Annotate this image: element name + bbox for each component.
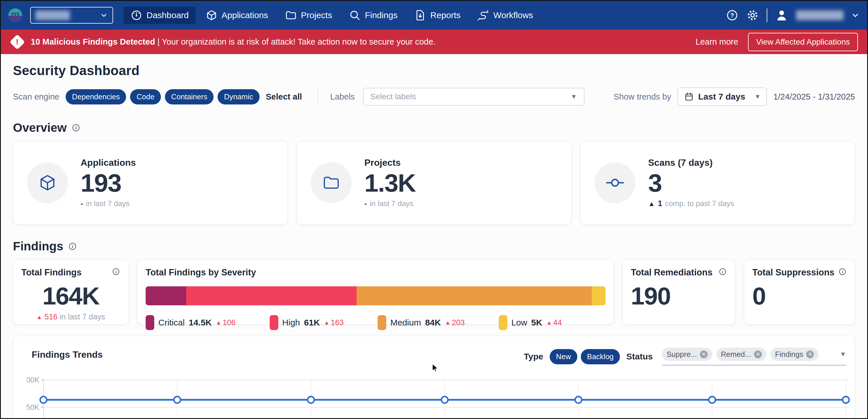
legend-item-low: Low 5K ▲44 [499,315,562,330]
total-suppressions-value: 0 [752,282,847,310]
engine-pill-dynamic[interactable]: Dynamic [218,89,259,104]
labels-label: Labels [330,92,354,102]
findings-trends-chart[interactable]: 200K150K100K [27,374,850,419]
calendar-icon [684,92,694,102]
user-avatar-icon[interactable] [775,8,788,22]
nav-item-dashboard[interactable]: Dashboard [123,7,196,24]
security-dashboard-app: m Dashboard Applications Projects Findin… [0,0,868,419]
type-pill-new[interactable]: New [550,349,577,364]
status-label: Status [626,352,653,361]
page-title: Security Dashboard [13,63,855,78]
severity-stacked-bar[interactable] [146,286,606,305]
trends-period-dropdown[interactable]: Last 7 days ▼ [678,88,767,106]
legend-item-critical: Critical 14.5K ▲106 [146,315,236,330]
alert-diamond-icon: ! [9,34,25,50]
overview-section-header: Overview i [13,121,855,135]
applications-card: Applications 193 -in last 7 days [13,141,287,224]
chevron-down-icon[interactable] [851,11,860,20]
engine-pill-containers[interactable]: Containers [165,89,214,104]
card-delta: - [81,199,83,208]
type-pill-backlog[interactable]: Backlog [581,349,620,364]
card-title: Total Findings by Severity [146,267,256,278]
up-arrow-icon: ▲ [648,200,655,208]
info-icon[interactable]: i [718,267,727,276]
folder-icon [285,9,297,21]
card-title: Total Suppressions [752,267,834,278]
engine-pill-code[interactable]: Code [130,89,161,104]
total-findings-sub: in last 7 days [60,313,105,321]
close-icon[interactable]: ✕ [700,351,708,358]
close-icon[interactable]: ✕ [806,351,814,358]
low-swatch [499,315,507,330]
svg-text:i: i [842,270,843,274]
severity-bar-high [186,286,357,305]
caret-down-icon: ▼ [571,93,577,100]
view-affected-applications-button[interactable]: View Affected Applications [748,33,858,51]
total-findings-value: 164K [21,282,120,310]
up-arrow-icon: ▲ [445,320,451,325]
severity-bar-critical [146,286,186,305]
card-value: 3 [648,170,734,196]
nav-item-workflows[interactable]: Workflows [470,7,540,24]
nav-label: Reports [430,10,461,20]
status-chip-remediated[interactable]: Remed...✕ [716,348,767,361]
date-range: 1/24/2025 - 1/31/2025 [773,92,855,102]
nav-label: Projects [301,10,332,20]
caret-down-icon: ▼ [840,351,846,358]
learn-more-link[interactable]: Learn more [695,37,738,46]
search-icon [349,9,361,21]
card-title: Total Remediations [631,267,713,278]
svg-text:?: ? [730,12,734,19]
alert-text: 10 Malicious Findings Detected | Your or… [31,37,435,46]
total-findings-card: Total Findings i 164K ▲516in last 7 days [13,260,129,324]
trends-period-value: Last 7 days [698,92,745,102]
up-arrow-icon: ▲ [216,320,222,325]
info-icon[interactable]: i [112,267,120,276]
info-icon[interactable]: i [68,242,77,251]
card-delta: - [364,199,367,208]
up-arrow-icon: ▲ [36,314,42,320]
folder-icon [322,173,340,192]
select-all-link[interactable]: Select all [266,92,302,102]
navbar-right: ? [726,8,860,22]
status-chip-findings[interactable]: Findings✕ [770,348,818,361]
nav-item-applications[interactable]: Applications [198,7,275,24]
svg-text:150K: 150K [27,403,40,412]
svg-text:i: i [722,270,723,274]
status-chip-suppressed[interactable]: Suppre...✕ [662,348,712,361]
labels-select[interactable]: Select labels ▼ [363,88,585,106]
total-remediations-value: 190 [631,282,727,310]
type-label: Type [524,352,544,361]
divider [767,8,767,22]
gear-icon[interactable] [746,9,759,22]
card-title: Total Findings [21,267,82,278]
caret-down-icon: ▼ [754,93,761,100]
mend-logo-icon[interactable]: m [8,8,22,22]
card-label: Applications [81,157,136,168]
nav-item-findings[interactable]: Findings [342,7,404,24]
status-multiselect[interactable]: Suppre...✕ Remed...✕ Findings✕ ▼ [662,348,846,365]
svg-text:i: i [72,244,73,249]
nav-label: Findings [365,10,398,20]
svg-text:i: i [75,126,77,130]
nav-label: Applications [222,10,268,20]
info-icon[interactable]: i [838,267,847,276]
total-remediations-card: Total Remediations i 190 [622,260,735,324]
legend-item-medium: Medium 84K ▲203 [378,315,465,330]
org-selector-dropdown[interactable] [30,7,113,24]
scan-engine-pills: Dependencies Code Containers Dynamic [66,89,259,104]
trends-title: Findings Trends [32,349,103,360]
help-icon[interactable]: ? [726,9,739,22]
alert-message: Your organization is at risk of attack! … [162,37,435,46]
main-nav: Dashboard Applications Projects Findings… [123,7,540,24]
total-findings-delta: 516 [44,313,58,321]
line-chart[interactable]: 200K150K100K [27,374,850,419]
close-icon[interactable]: ✕ [754,351,762,358]
nav-item-projects[interactable]: Projects [278,7,339,24]
scans-card: Scans (7 days) 3 ▲1comp. to past 7 days [581,141,855,224]
nav-item-reports[interactable]: Reports [407,7,467,24]
engine-pill-dependencies[interactable]: Dependencies [66,89,126,104]
top-navbar: m Dashboard Applications Projects Findin… [1,1,867,30]
info-icon[interactable]: i [71,123,81,132]
overview-cards: Applications 193 -in last 7 days Project… [13,141,855,224]
